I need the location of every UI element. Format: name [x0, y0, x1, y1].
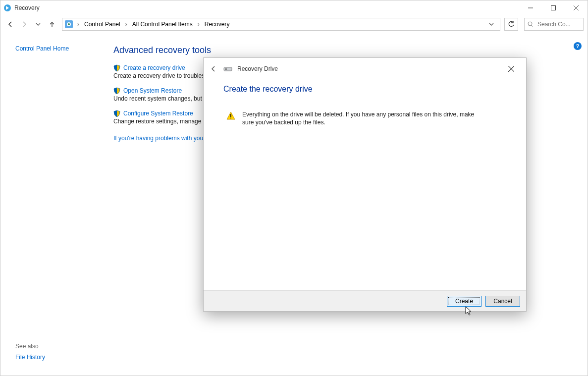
svg-rect-11 [225, 68, 227, 70]
chevron-right-icon[interactable]: › [123, 21, 129, 28]
wizard-warning-text: Everything on the drive will be deleted.… [242, 110, 475, 126]
search-box[interactable] [524, 18, 584, 31]
back-button[interactable] [4, 18, 16, 30]
recovery-drive-wizard: Recovery Drive Create the recovery drive… [203, 57, 527, 312]
svg-rect-2 [551, 6, 556, 10]
search-icon [528, 21, 534, 27]
svg-rect-15 [230, 118, 231, 119]
breadcrumb-middle[interactable]: All Control Panel Items [131, 21, 194, 28]
breadcrumb-root[interactable]: Control Panel [83, 21, 121, 28]
page-heading: Advanced recovery tools [113, 45, 574, 55]
wizard-title: Recovery Drive [237, 65, 278, 72]
chevron-right-icon[interactable]: › [196, 21, 202, 28]
drive-icon [223, 65, 232, 72]
up-button[interactable] [46, 18, 58, 30]
shield-icon [113, 87, 120, 94]
recovery-app-icon [3, 4, 11, 12]
wizard-warning-row: Everything on the drive will be deleted.… [223, 110, 506, 126]
address-bar[interactable]: › Control Panel › All Control Panel Item… [62, 18, 500, 31]
file-history-link[interactable]: File History [15, 354, 91, 361]
breadcrumb-leaf[interactable]: Recovery [204, 21, 231, 28]
wizard-close-button[interactable] [501, 61, 521, 76]
create-button[interactable]: Create [447, 296, 481, 307]
wizard-header: Recovery Drive [204, 58, 526, 80]
maximize-button[interactable] [542, 0, 565, 15]
svg-rect-14 [230, 114, 231, 117]
title-bar: Recovery [0, 0, 588, 15]
wizard-back-button[interactable] [209, 64, 218, 74]
wizard-heading: Create the recovery drive [223, 85, 506, 94]
control-panel-home-link[interactable]: Control Panel Home [15, 45, 91, 52]
refresh-button[interactable] [504, 18, 518, 31]
see-also-label: See also [15, 343, 91, 350]
svg-point-8 [528, 22, 532, 26]
minimize-button[interactable] [519, 0, 542, 15]
nav-row: › Control Panel › All Control Panel Item… [0, 15, 588, 33]
forward-button[interactable] [18, 18, 30, 30]
address-dropdown[interactable] [489, 22, 498, 27]
help-icon[interactable]: ? [574, 42, 582, 50]
recent-dropdown[interactable] [32, 18, 44, 30]
svg-point-7 [68, 23, 70, 25]
wizard-body: Create the recovery drive Everything on … [204, 80, 526, 290]
cancel-button[interactable]: Cancel [485, 296, 520, 307]
create-recovery-drive-link[interactable]: Create a recovery drive [123, 64, 185, 71]
configure-system-restore-link[interactable]: Configure System Restore [123, 110, 193, 117]
left-pane: Control Panel Home See also File History [0, 33, 100, 376]
svg-line-9 [532, 25, 533, 27]
window-controls [519, 0, 588, 15]
window-title: Recovery [14, 4, 40, 11]
wizard-footer: Create Cancel [204, 290, 526, 311]
close-button[interactable] [565, 0, 588, 15]
control-panel-icon [64, 20, 73, 29]
shield-icon [113, 110, 120, 117]
chevron-right-icon[interactable]: › [75, 21, 81, 28]
search-input[interactable] [536, 20, 576, 28]
shield-icon [113, 64, 120, 71]
warning-icon [226, 111, 235, 120]
open-system-restore-link[interactable]: Open System Restore [123, 87, 182, 94]
